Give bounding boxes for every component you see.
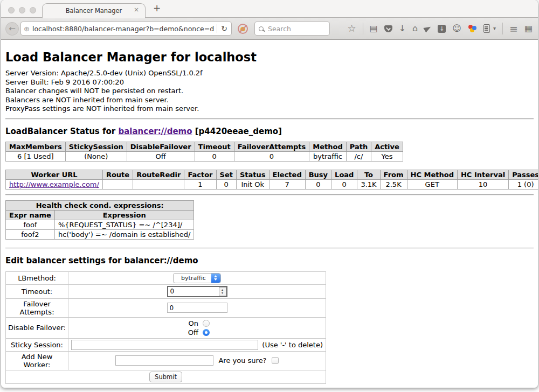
- loadbalancer-status-heading: LoadBalancer Status for balancer://demo …: [5, 127, 534, 136]
- separator: [5, 118, 534, 120]
- pocket-icon[interactable]: [384, 25, 392, 32]
- inherit-note-line: Balancers are NOT inherited from main se…: [5, 96, 534, 105]
- cell-routeredir: [133, 179, 184, 189]
- tab-groups-icon[interactable]: ▦: [524, 24, 533, 33]
- column-header: Expression: [54, 210, 194, 220]
- cell-load: 0: [331, 179, 357, 189]
- column-header: Expr name: [6, 210, 55, 220]
- table-row: foof %{REQUEST_STATUS} =~ /^[234]/: [6, 220, 194, 229]
- form-row-timeout: Timeout: ▴▾: [6, 284, 326, 298]
- column-header: StickySession: [65, 142, 127, 151]
- cell-path: /c/: [346, 151, 371, 161]
- confirm-label: Are you sure?: [218, 356, 266, 365]
- radio-on-button[interactable]: [203, 320, 210, 327]
- proxypass-note-line: ProxyPass settings are NOT inherited fro…: [5, 104, 534, 114]
- column-header: HC Method: [407, 170, 457, 179]
- browser-window: Balancer Manager × + ← ⊕ localhost:8880/…: [1, 0, 538, 388]
- balancer-demo-link[interactable]: balancer://demo: [118, 127, 192, 136]
- cell-expression: %{REQUEST_STATUS} =~ /^[234]/: [54, 220, 194, 229]
- send-tab-icon[interactable]: [424, 24, 432, 32]
- disable-failover-label: Disable Failover:: [6, 317, 68, 338]
- home-icon[interactable]: ⌂: [412, 24, 418, 33]
- cell-to: 3.1K: [357, 179, 380, 189]
- lbmethod-label: LBmethod:: [6, 271, 68, 284]
- radio-option-on: On: [71, 319, 323, 328]
- server-version-line: Server Version: Apache/2.5.0-dev (Unix) …: [5, 69, 534, 78]
- extension-dots-icon[interactable]: [468, 25, 477, 33]
- cell-status: Init Ok: [236, 179, 269, 189]
- cell-stickysession: (None): [65, 151, 127, 161]
- column-header: Passes: [509, 170, 538, 179]
- globe-icon: ⊕: [24, 25, 30, 33]
- sticky-session-label: Sticky Session:: [6, 338, 68, 351]
- reading-list-icon[interactable]: ▤: [370, 24, 378, 33]
- balancer-status-table: MaxMembers StickySession DisableFailover…: [5, 142, 403, 162]
- status-heading-suffix: [p4420eeae_demo]: [192, 127, 282, 136]
- separator: [5, 248, 534, 249]
- column-header: Route: [102, 170, 133, 179]
- form-row-sticky: Sticky Session: (Use '-' to delete): [6, 338, 326, 351]
- number-spinner-icon[interactable]: ▴▾: [219, 287, 226, 296]
- tab-title: Balancer Manager: [66, 7, 122, 15]
- column-header: Active: [371, 142, 403, 151]
- back-button[interactable]: ←: [5, 22, 19, 36]
- cell-maxmembers: 6 [1 Used]: [6, 151, 66, 161]
- window-controls: [8, 7, 36, 13]
- lbmethod-select[interactable]: bytraffic: [173, 273, 221, 283]
- hamburger-menu-icon[interactable]: ≡: [509, 24, 518, 34]
- separator: [5, 194, 534, 195]
- search-input[interactable]: [267, 24, 326, 33]
- lbmethod-selected-value: bytraffic: [174, 274, 211, 283]
- column-header: Load: [331, 170, 357, 179]
- search-bar[interactable]: [254, 22, 330, 36]
- cell-expr-name: foof2: [6, 229, 55, 239]
- tab-close-icon[interactable]: ×: [134, 6, 139, 13]
- column-header: Elected: [269, 170, 305, 179]
- save-page-icon[interactable]: ↓: [438, 25, 446, 33]
- column-header: RouteRedir: [133, 170, 184, 179]
- failover-attempts-input[interactable]: [167, 303, 227, 313]
- cell-route: [102, 179, 133, 189]
- bookmark-star-icon[interactable]: ☆: [347, 24, 356, 33]
- content-blocker-icon[interactable]: [238, 24, 248, 34]
- column-header: HC Interval: [457, 170, 508, 179]
- column-header: Method: [309, 142, 346, 151]
- navigation-toolbar: ← ⊕ localhost:8880/balancer-manager?b=de…: [1, 18, 538, 40]
- table-row: http://www.example.com/ 1 0 Init Ok 7 0 …: [6, 179, 538, 189]
- notes-extension-icon[interactable]: [483, 24, 490, 33]
- column-header: Set: [216, 170, 236, 179]
- zoom-window-button[interactable]: [30, 7, 36, 13]
- table-header-row: MaxMembers StickySession DisableFailover…: [6, 142, 403, 151]
- browser-tab[interactable]: Balancer Manager ×: [42, 3, 146, 18]
- radio-option-off: Off: [71, 328, 323, 337]
- page-title: Load Balancer Manager for localhost: [5, 50, 534, 64]
- add-worker-input[interactable]: [115, 355, 213, 366]
- reload-button[interactable]: ↻: [220, 24, 229, 33]
- url-divider: [217, 24, 217, 33]
- cell-passes: 1 (0): [509, 179, 538, 189]
- table-title-row: Health check cond. expressions:: [6, 200, 194, 210]
- tab-strip: Balancer Manager × +: [1, 0, 538, 18]
- column-header: MaxMembers: [6, 142, 66, 151]
- submit-button[interactable]: Submit: [149, 372, 182, 382]
- toolbar-divider: [363, 23, 363, 34]
- chevron-down-icon[interactable]: ▾: [493, 26, 496, 31]
- column-header: Factor: [184, 170, 216, 179]
- sticky-session-input[interactable]: [71, 340, 258, 350]
- column-header: Status: [236, 170, 269, 179]
- form-row-failover: Failover Attempts:: [6, 298, 326, 317]
- minimize-window-button[interactable]: [19, 7, 25, 13]
- downloads-icon[interactable]: ↓: [399, 24, 406, 33]
- column-header: Busy: [305, 170, 331, 179]
- worker-url-link[interactable]: http://www.example.com/: [9, 180, 99, 188]
- new-tab-button[interactable]: +: [153, 3, 161, 13]
- close-window-button[interactable]: [8, 7, 15, 13]
- radio-off-button[interactable]: [203, 329, 210, 336]
- select-stepper-icon: [211, 274, 220, 283]
- chat-smiley-icon[interactable]: ☺: [452, 24, 461, 33]
- column-header: From: [380, 170, 407, 179]
- edit-balancer-form: LBmethod: bytraffic Timeout: ▴▾: [5, 271, 326, 384]
- toolbar-divider: [502, 23, 503, 34]
- url-bar[interactable]: ⊕ localhost:8880/balancer-manager?b=demo…: [20, 22, 232, 36]
- confirm-checkbox[interactable]: [272, 357, 279, 364]
